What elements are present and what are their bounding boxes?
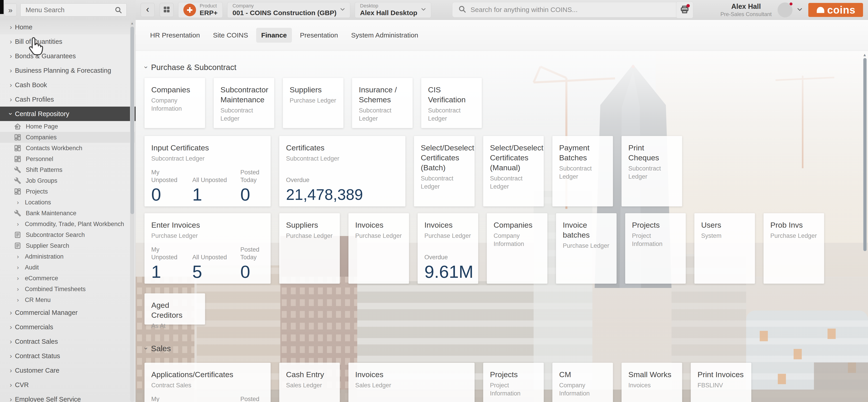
card-projects[interactable]: ProjectsProject Information <box>625 213 686 284</box>
card-prob-invs[interactable]: Prob InvsPurchase Ledger <box>764 213 824 284</box>
card-row: Applications/CertificatesContract SalesM… <box>136 363 868 402</box>
sidebar-item-label: CVR <box>15 381 29 389</box>
card-subcontractor-maintenance[interactable]: Subcontractor MaintenanceSubcontract Led… <box>214 78 274 128</box>
card-subtitle: Purchase Ledger <box>770 232 817 240</box>
card-small-works[interactable]: Small WorksInvoices <box>622 363 682 402</box>
card-invoices[interactable]: InvoicesPurchase LedgerOverdue9.61M <box>417 213 478 284</box>
card-title: Suppliers <box>290 85 337 95</box>
card-input-certificates[interactable]: Input CertificatesSubcontract LedgerMy U… <box>145 136 271 206</box>
sidebar-item-projects[interactable]: Projects <box>0 186 136 197</box>
tab-site-coins[interactable]: Site COINS <box>208 28 253 43</box>
sidebar-item-cash-book[interactable]: ›Cash Book <box>0 78 136 92</box>
card-companies[interactable]: CompaniesCompany Information <box>145 78 205 128</box>
scroll-up-icon[interactable]: ▲ <box>130 21 134 25</box>
scroll-up-icon[interactable]: ▲ <box>863 53 867 57</box>
sidebar-item-shift-patterns[interactable]: Shift Patterns <box>0 164 136 175</box>
sidebar-item-companies[interactable]: Companies <box>0 132 136 143</box>
sidebar-item-home[interactable]: ›Home <box>0 20 136 34</box>
sidebar-item-personnel[interactable]: Personnel <box>0 154 136 164</box>
card-aged-creditors[interactable]: Aged CreditorsAs At <box>145 293 205 325</box>
desktop-selector[interactable]: Desktop Alex Hall Desktop <box>355 2 431 18</box>
tab-system-administration[interactable]: System Administration <box>346 28 423 43</box>
sidebar-item-audit[interactable]: ›Audit <box>0 262 136 273</box>
card-cm[interactable]: CMCompany Information <box>552 363 613 402</box>
card-title: Input Certificates <box>151 143 264 153</box>
card-enter-invoices[interactable]: Enter InvoicesPurchase LedgerMy Unposted… <box>145 213 271 284</box>
tab-hr-presentation[interactable]: HR Presentation <box>145 28 205 43</box>
global-search-input[interactable] <box>470 6 665 13</box>
card-select-deselect-certificates-manual[interactable]: Select/Deselect Certificates (Manual)Sub… <box>483 136 544 206</box>
sidebar-item-contacts-workbench[interactable]: Contacts Workbench <box>0 143 136 154</box>
sidebar-item-commercial-manager[interactable]: ›Commercial Manager <box>0 305 136 320</box>
sidebar-item-home-page[interactable]: Home Page <box>0 121 136 132</box>
content-scrollbar-thumb[interactable] <box>863 58 867 251</box>
sidebar-item-subcontractor-search[interactable]: Subcontractor Search <box>0 230 136 240</box>
sidebar-item-employee-self-service[interactable]: ›Employee Self Service <box>0 392 136 402</box>
sidebar-item-supplier-search[interactable]: Supplier Search <box>0 240 136 251</box>
card-insurance-schemes[interactable]: Insurance / SchemesSubcontract Ledger <box>352 78 413 128</box>
sidebar-scrollbar-thumb[interactable] <box>130 27 134 214</box>
sidebar-item-label: Bank Maintenance <box>26 210 76 217</box>
sidebar-item-central-repository[interactable]: ›Central Repository <box>0 107 136 121</box>
section-header-sales[interactable]: ›Sales <box>136 344 868 353</box>
chevron-right-icon: › <box>8 338 14 345</box>
sidebar-item-business-planning-forecasting[interactable]: ›Business Planning & Forecasting <box>0 63 136 78</box>
card-payment-batches[interactable]: Payment BatchesSubcontract Ledger <box>552 136 613 206</box>
card-subtitle: Project Information <box>490 381 537 398</box>
card-suppliers[interactable]: SuppliersPurchase Ledger <box>279 213 340 284</box>
sidebar-item-locations[interactable]: ›Locations <box>0 197 136 208</box>
print-button[interactable] <box>676 2 693 18</box>
card-invoices[interactable]: InvoicesSales LedgerOverdue <box>348 363 474 402</box>
sidebar-item-bonds-guarantees[interactable]: ›Bonds & Guarantees <box>0 49 136 63</box>
sidebar-item-bill-of-quantities[interactable]: ›Bill of Quantities <box>0 34 136 49</box>
sidebar-item-cvr[interactable]: ›CVR <box>0 378 136 392</box>
sidebar-item-customer-care[interactable]: ›Customer Care <box>0 363 136 378</box>
sidebar-item-ecommerce[interactable]: ›eCommerce <box>0 273 136 284</box>
card-certificates[interactable]: CertificatesSubcontract LedgerOverdue21,… <box>279 136 405 206</box>
user-info[interactable]: Alex Hall Pre-Sales Consultant <box>720 2 772 18</box>
sidebar-item-contract-sales[interactable]: ›Contract Sales <box>0 334 136 349</box>
menu-search-input[interactable] <box>21 6 109 14</box>
sidebar-expand-button[interactable]: » <box>4 4 17 16</box>
app-grid-button[interactable] <box>160 3 174 17</box>
avatar[interactable] <box>778 2 793 18</box>
card-companies[interactable]: CompaniesCompany Information <box>487 213 548 284</box>
sidebar: » ›Home›Bill of Quantities›Bonds & Guara… <box>0 0 136 402</box>
sidebar-item-bank-maintenance[interactable]: Bank Maintenance <box>0 208 136 219</box>
chevron-down-icon[interactable] <box>797 8 802 12</box>
card-suppliers[interactable]: SuppliersPurchase Ledger <box>283 78 343 128</box>
card-title: CIS Verification <box>428 85 475 105</box>
sidebar-item-cr-menu[interactable]: ›CR Menu <box>0 295 136 305</box>
section-header-purchase-subcontract[interactable]: ›Purchase & Subcontract <box>136 63 868 72</box>
company-selector[interactable]: Company 001 - COINS Construction (GBP) <box>227 2 350 18</box>
sidebar-item-job-groups[interactable]: Job Groups <box>0 175 136 186</box>
sidebar-item-label: Contract Sales <box>15 338 58 345</box>
card-print-cheques[interactable]: Print ChequesSubcontract Ledger <box>622 136 682 206</box>
stat-value: 21,478,389 <box>286 185 363 204</box>
card-row: Aged CreditorsAs At <box>136 293 868 325</box>
card-invoices[interactable]: InvoicesPurchase Ledger <box>348 213 409 284</box>
card-select-deselect-certificates-batch[interactable]: Select/Deselect Certificates (Batch)Subc… <box>414 136 474 206</box>
card-cis-verification[interactable]: CIS VerificationSubcontract Ledger <box>421 78 482 128</box>
back-button[interactable]: ‹ <box>141 3 155 17</box>
card-invoice-batches[interactable]: Invoice batchesPurchase Ledger <box>556 213 617 284</box>
tab-presentation[interactable]: Presentation <box>295 28 343 43</box>
product-selector[interactable]: Product ERP+ <box>178 2 223 18</box>
card-row: Input CertificatesSubcontract LedgerMy U… <box>136 136 868 206</box>
card-users[interactable]: UsersSystem <box>694 213 755 284</box>
sidebar-item-administration[interactable]: ›Administration <box>0 251 136 262</box>
sidebar-item-combined-timesheets[interactable]: ›Combined Timesheets <box>0 284 136 295</box>
user-role: Pre-Sales Consultant <box>720 11 772 18</box>
card-projects[interactable]: ProjectsProject Information <box>483 363 544 402</box>
sidebar-item-commodity-trade-plant-workbench[interactable]: ›Commodity, Trade, Plant Workbench <box>0 219 136 230</box>
card-applications-certificates[interactable]: Applications/CertificatesContract SalesM… <box>145 363 271 402</box>
sidebar-item-cash-profiles[interactable]: ›Cash Profiles <box>0 92 136 107</box>
sidebar-item-commercials[interactable]: ›Commercials <box>0 320 136 334</box>
tab-finance[interactable]: Finance <box>256 28 292 43</box>
card-cash-entry[interactable]: Cash EntrySales Ledger <box>279 363 340 402</box>
card-title: Cash Entry <box>286 369 333 379</box>
sidebar-item-contract-status[interactable]: ›Contract Status <box>0 349 136 363</box>
wrench-icon <box>13 209 22 217</box>
card-print-invoices[interactable]: Print InvoicesFBSLINV <box>691 363 751 402</box>
sidebar-scrollbar[interactable]: ▲ <box>130 21 134 402</box>
